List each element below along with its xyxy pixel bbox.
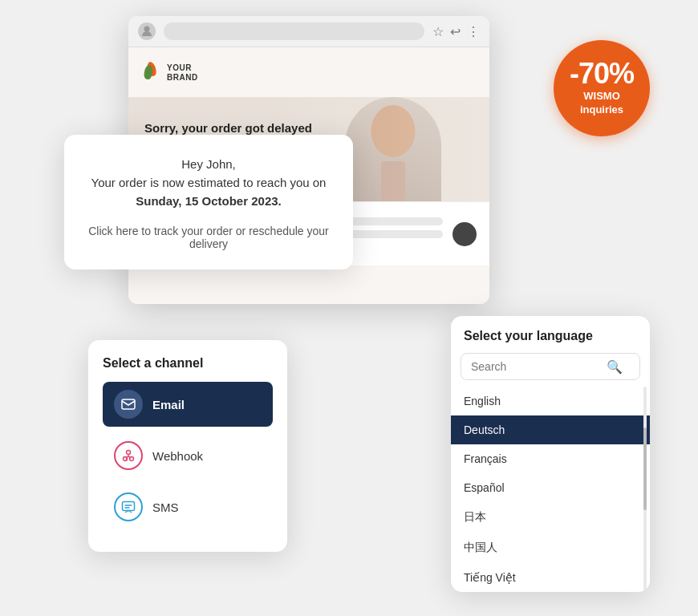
language-item-fr[interactable]: Français <box>451 444 650 473</box>
brand-name: YOUR BRAND <box>167 63 198 83</box>
product-badge <box>452 222 477 246</box>
channel-option-webhook[interactable]: Webhook <box>103 433 273 478</box>
language-list-area: English Deutsch Français Español 日本 中国人 … <box>451 387 650 592</box>
notification-body-line1: Your order is now estimated to reach you… <box>91 176 327 189</box>
brand-banner: YOUR BRAND <box>128 47 489 97</box>
logo-leaf-green <box>144 64 154 79</box>
browser-avatar <box>138 22 156 40</box>
more-icon: ⋮ <box>467 24 480 39</box>
language-search-wrap: 🔍 <box>451 353 650 387</box>
brand-logo: YOUR BRAND <box>144 62 198 84</box>
language-selector-title: Select your language <box>451 329 650 353</box>
back-icon: ↩ <box>450 24 461 39</box>
notification-card: Hey John, Your order is now estimated to… <box>64 135 353 270</box>
language-item-zh[interactable]: 中国人 <box>451 533 650 563</box>
channel-selector-title: Select a channel <box>103 356 273 371</box>
notification-date: Sunday, 15 October 2023. <box>136 194 281 208</box>
language-item-en[interactable]: English <box>451 387 650 415</box>
search-icon: 🔍 <box>607 359 623 375</box>
language-item-ja[interactable]: 日本 <box>451 502 650 533</box>
notification-link[interactable]: Click here to track your order or resche… <box>88 225 329 250</box>
language-search-box: 🔍 <box>461 353 640 380</box>
language-selector-card: Select your language 🔍 English Deutsch F… <box>451 316 650 592</box>
logo-icon <box>144 62 159 84</box>
channel-option-email[interactable]: Email <box>103 382 273 427</box>
language-scrollbar[interactable] <box>643 387 647 592</box>
sms-icon <box>114 492 143 521</box>
browser-toolbar: ☆ ↩ ⋮ <box>128 16 489 47</box>
svg-point-4 <box>127 451 131 455</box>
sorry-text: Sorry, your order got delayed <box>144 121 312 135</box>
notification-body: Your order is now estimated to reach you… <box>88 174 329 210</box>
channel-label-email: Email <box>152 398 185 411</box>
language-item-vi[interactable]: Tiếng Việt <box>451 563 650 592</box>
svg-rect-1 <box>122 399 135 409</box>
email-icon <box>114 390 143 419</box>
wismo-percent: -70% <box>570 59 634 88</box>
browser-icons: ☆ ↩ ⋮ <box>432 24 480 39</box>
webhook-icon <box>114 441 143 470</box>
notification-greeting: Hey John, <box>88 157 329 171</box>
language-list: English Deutsch Français Español 日本 中国人 … <box>451 387 650 592</box>
wismo-label: WISMO inquiries <box>580 90 623 117</box>
channel-label-webhook: Webhook <box>152 449 203 463</box>
wismo-badge: -70% WISMO inquiries <box>554 40 650 136</box>
svg-rect-5 <box>123 502 135 511</box>
channel-selector-card: Select a channel Email Webhook <box>88 340 287 552</box>
browser-url-bar <box>164 22 424 40</box>
language-scrollbar-thumb <box>643 428 647 509</box>
language-item-es[interactable]: Español <box>451 473 650 502</box>
channel-label-sms: SMS <box>152 500 179 514</box>
svg-point-0 <box>144 26 150 32</box>
star-icon: ☆ <box>432 24 444 39</box>
channel-option-sms[interactable]: SMS <box>103 484 273 529</box>
language-item-de[interactable]: Deutsch <box>451 415 650 444</box>
